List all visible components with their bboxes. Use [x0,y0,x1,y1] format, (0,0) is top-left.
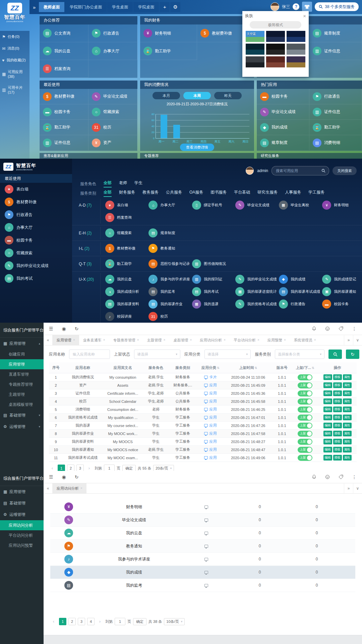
recent-app-item[interactable]: ⌂办事大厅 [0,221,72,234]
close-tab-icon[interactable]: × [103,335,105,345]
workspace-tab[interactable]: 平台访问分析× [230,335,263,345]
recent-app-item[interactable]: ♥表白墙 [0,183,72,196]
app-shortcut[interactable]: ▬校园卡务 [257,89,309,104]
service-app-item[interactable]: ◑我的成绩分析 [101,285,144,298]
app-type-link[interactable]: 应用 [204,439,217,444]
menu-app-management[interactable]: ▦应用管理▴ [0,338,44,349]
skin-thumbnail[interactable] [287,56,305,67]
menu-sub-item[interactable]: 平台访问分析 [0,530,44,540]
filter-option[interactable]: 老师 [119,180,127,187]
jump-page-input[interactable] [115,618,125,625]
service-app-item[interactable]: ⌛勤工助学 [101,258,144,270]
admin-avatar[interactable] [246,167,254,175]
tabs-scroll-left[interactable]: « [44,483,53,493]
menu-group[interactable]: ▦应用管理 [0,486,44,497]
auth-button[interactable]: 授权 [333,439,342,444]
skin-thumbnail[interactable] [287,31,305,42]
class-select[interactable]: 请选择▾ [204,350,251,359]
app-shortcut[interactable]: ▥证件信息 [309,42,362,60]
service-app-item[interactable]: ✎毕业论文成绩 [231,199,274,211]
table-row[interactable]: 11我的慕课考试成绩My MOOC exam...学生学工服务应用2020-08… [49,454,357,462]
service-app-item[interactable]: ▤我的慕课资料 [101,298,144,310]
service-app-item[interactable]: ▦我的选课 [187,298,231,310]
service-app-item[interactable]: ▤我的考试 [187,285,231,298]
recent-app-item[interactable]: ▤我的考试 [0,272,72,285]
menu-sub-item[interactable]: 专题推荐管理 [0,379,44,389]
menu-sub-item[interactable]: 直通车管理 [0,369,44,379]
visit-row[interactable]: ☁ 我的云盘 0 0 [50,527,355,540]
app-search-input[interactable] [275,168,319,173]
close-tab-icon[interactable]: × [190,335,192,345]
on-shelf-toggle[interactable]: 上架 [298,374,312,380]
on-shelf-toggle[interactable]: 上架 [298,455,312,461]
close-tab-icon[interactable]: × [314,335,316,345]
close-tab-icon[interactable]: × [164,335,166,345]
filter-option[interactable]: 全部 [104,180,112,187]
prop-button[interactable]: 属性 [343,455,352,461]
desktop-settings-button[interactable]: ⚙ [170,2,180,12]
edit-button[interactable]: 编辑 [323,455,332,461]
user-avatar[interactable] [270,2,279,11]
filter-option[interactable]: 财务服务 [119,190,135,197]
menu-sub-item[interactable]: 创建应用 [0,349,44,359]
menu-group[interactable]: ⚙运维管理▾ [0,421,44,432]
on-shelf-toggle[interactable]: 上架 [298,431,312,437]
visit-row[interactable]: ⚑ 教务通知 0 0 [50,540,355,553]
prev-page-icon[interactable]: ‹ [49,465,56,471]
more-icon[interactable]: ⋮ [352,474,357,480]
page-size-select[interactable]: 10条/页▾ [164,618,185,625]
view-detail-button[interactable]: 查看消费详情 [180,144,214,151]
service-app-item[interactable]: ▬校园卡务 [317,298,361,310]
app-shortcut[interactable]: ▥证件信息 [309,104,362,120]
table-row[interactable]: 3证件信息Certificate inform...学生,老师公共服务应用202… [49,389,357,397]
close-tab-icon[interactable]: × [137,335,139,345]
app-name-input-box[interactable] [69,350,110,359]
on-shelf-toggle[interactable]: 上架 [298,439,312,445]
skin-thumbnail[interactable] [266,56,285,67]
recent-app-item[interactable]: ▬校园卡务 [0,234,72,247]
prev-page-icon[interactable]: ‹ [50,618,57,625]
menu-group[interactable]: ⚙运维管理 [0,509,44,520]
app-type-link[interactable]: 卡片 [204,375,217,380]
service-app-item[interactable]: ✎我的成绩登记 [317,273,361,285]
desktop-tab[interactable]: 学生桌面 [107,2,133,12]
filter-option[interactable]: 图书服务 [210,190,227,197]
global-search[interactable]: 38 个多类型服务 [315,2,359,11]
app-type-link[interactable]: 应用 [204,391,217,396]
tabs-scroll-left[interactable]: « [44,335,53,345]
refresh-button[interactable]: ↻ [346,350,359,359]
workspace-tab[interactable]: 桌面管理× [169,335,196,345]
refresh-icon[interactable]: ↻ [75,326,79,331]
skin-shirt-icon[interactable] [302,2,312,12]
table-row[interactable]: 4校历School Calendar学生,老师公共服务应用2020-08-21 … [49,397,357,406]
on-shelf-toggle[interactable]: 上架 [298,382,312,388]
tabs-dropdown-icon[interactable]: ∨ [353,335,362,345]
workspace-tab[interactable]: 系统管理员× [290,335,320,345]
page-number[interactable]: 3 [76,465,84,471]
close-tab-icon[interactable]: × [224,335,226,345]
sidebar-item[interactable]: ♥我的收藏(2) [0,54,29,66]
edit-button[interactable]: 编辑 [323,439,332,444]
close-search-button[interactable]: 关闭搜索 [333,166,357,175]
workspace-tab[interactable]: 应用访问分析× [196,335,230,345]
menu-sub-item[interactable]: 应用访问分析 [0,520,44,530]
filter-option[interactable]: OA服务 [189,190,203,197]
filter-option[interactable]: 研究生服务 [257,190,278,197]
tag-icon[interactable] [339,475,343,479]
period-button[interactable]: 本周 [183,92,211,99]
close-icon[interactable]: × [303,13,306,19]
service-app-item[interactable]: ▯绑定手机号 [187,199,231,211]
sidebar-item[interactable]: ▦可用应用(38) [0,66,29,82]
page-number[interactable]: 2 [67,465,74,471]
edit-button[interactable]: 编辑 [323,431,332,436]
menu-group[interactable]: ▤基础管理▾ [0,410,44,421]
add-desktop-button[interactable]: + [160,2,170,12]
prop-button[interactable]: 属性 [343,382,352,388]
close-tab-icon[interactable]: × [80,483,82,493]
skin-thumbnail[interactable] [266,44,285,55]
desktop-tab[interactable]: 教师桌面 [39,2,64,12]
edit-button[interactable]: 编辑 [323,423,332,428]
visit-row[interactable]: ▤ 我的监考 0 0 [50,579,355,592]
table-row[interactable]: 9我的慕课资料My MOOCS学生学工服务应用2020-08-21 16:48:… [49,438,357,446]
page-number[interactable]: 2 [68,618,76,625]
